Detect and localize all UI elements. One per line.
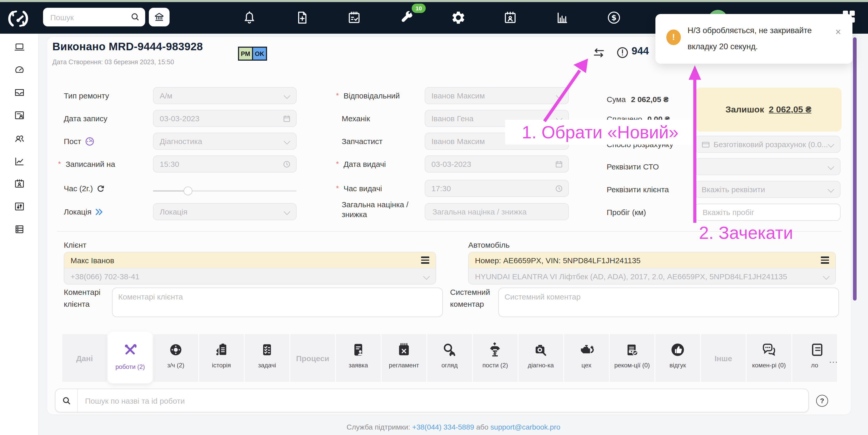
location-select[interactable]: Локація (153, 203, 297, 220)
vertical-scrollbar[interactable] (853, 37, 857, 301)
calendar-icon (283, 114, 291, 123)
carbook-logo-icon[interactable] (6, 7, 30, 31)
new-document-icon[interactable] (295, 10, 310, 25)
location-label: Локація (64, 203, 103, 220)
sidebar-item-workstation[interactable] (13, 41, 25, 53)
works-search-icon[interactable] (56, 389, 78, 412)
duration-label: Час (2г.) (64, 180, 105, 197)
sidebar-item-orders[interactable] (13, 109, 25, 121)
total-markup-label: Загальна націнка / знижка (342, 200, 420, 219)
responsible-select[interactable]: Іванов Максим (425, 87, 569, 104)
issue-time-field[interactable]: 17:30 (425, 180, 569, 197)
sidebar-item-warehouse[interactable] (13, 223, 25, 235)
sto-requisites-select[interactable] (695, 158, 840, 175)
works-search-input[interactable] (78, 396, 808, 405)
duration-slider[interactable] (153, 187, 297, 195)
tab-roboty[interactable]: роботи (2) (108, 332, 152, 383)
client-comment-textarea[interactable] (112, 288, 443, 317)
tab-diagnostyka[interactable]: діагно-ка (519, 334, 563, 382)
recommendations-clipboard-icon (624, 340, 640, 359)
warning-icon: ! (666, 30, 681, 45)
swap-status-icon[interactable] (592, 47, 606, 59)
cashbox-button[interactable] (149, 8, 169, 26)
notifications-bell-icon[interactable] (242, 10, 257, 25)
settings-gear-icon[interactable] (451, 10, 466, 25)
record-date-field[interactable]: 03-03-2023 (153, 110, 297, 127)
reports-chart-icon[interactable] (555, 10, 569, 25)
chevron-down-icon (828, 141, 834, 147)
system-comment-textarea[interactable] (498, 288, 839, 317)
processing-toast: ! Н/З обробляється, не закривайте вкладк… (655, 14, 852, 64)
client-phone-select[interactable]: +38(066) 702-38-41 (64, 268, 436, 284)
request-document-icon (350, 340, 366, 359)
vehicle-summary-row[interactable]: Номер: AE6659PX, VIN: 5NPD84LF1JH241135 (469, 252, 835, 268)
support-email-link[interactable]: support@carbook.pro (491, 423, 560, 431)
chevron-down-icon (284, 92, 290, 99)
post-select[interactable]: Діагностика (153, 133, 297, 150)
sidebar-item-settings-panel[interactable] (13, 201, 25, 212)
tab-vidguk[interactable]: відгук (655, 334, 700, 382)
repair-type-select[interactable]: А/м (153, 87, 297, 104)
client-name-row[interactable]: Макс Іванов (64, 252, 436, 268)
chevron-down-icon (828, 163, 834, 170)
client-section-label: Клієнт (64, 240, 86, 249)
tab-reglament[interactable]: регламент (382, 334, 426, 382)
mileage-input-field[interactable] (702, 207, 834, 217)
sidebar-item-inbox[interactable] (13, 87, 25, 98)
works-search-bar (55, 389, 809, 412)
tab-zayavka[interactable]: заявка (336, 334, 381, 382)
clock-icon (555, 185, 563, 193)
issue-date-field[interactable]: 03-03-2023 (425, 156, 569, 172)
order-number: 944 (631, 45, 649, 57)
record-date-label: Дата запису (64, 110, 107, 127)
payment-method-select[interactable]: Безготівковий розрахунок (0.0... (695, 136, 840, 153)
clipped-tab-icon (807, 340, 823, 359)
tab-dani[interactable]: Дані (62, 334, 107, 382)
toast-message: Н/З обробляється, не закривайте вкладку … (687, 22, 826, 55)
post-gauge-icon (85, 137, 94, 146)
tab-komentari[interactable]: комен-рі (0) (747, 334, 791, 382)
global-search-input[interactable] (49, 12, 131, 22)
warning-circle-icon[interactable] (617, 47, 628, 59)
booked-at-label: Записаний на (58, 156, 115, 172)
chevron-down-icon (556, 92, 562, 99)
finance-dollar-icon[interactable]: $ (607, 10, 621, 25)
double-chevron-right-icon[interactable] (95, 208, 103, 215)
tab-istoriya[interactable]: історія (199, 334, 244, 382)
tab-zadachi[interactable]: задачі (245, 334, 289, 382)
car-lift-icon (487, 340, 503, 359)
client-requisites-select[interactable]: Вкажіть реквізити (695, 181, 840, 198)
carbook-order-page: 10 $ (0, 0, 868, 435)
tab-posty[interactable]: пости (2) (473, 334, 518, 382)
sidebar-item-schedule[interactable] (13, 178, 25, 190)
client-menu-icon[interactable] (421, 257, 429, 264)
created-date: Дата Створення: 03 березня 2023, 15:50 (52, 59, 174, 66)
mechanic-label: Механік (342, 110, 370, 127)
vehicle-model-select[interactable]: HYUNDAI ELANTRA VI Ліфтбек (AD, ADA), 20… (469, 268, 835, 284)
tab-protsesy[interactable]: Процеси (290, 334, 335, 382)
client-combo: Макс Іванов +38(066) 702-38-41 (64, 252, 436, 285)
system-comment-label: Системний коментар (450, 286, 494, 310)
booked-at-time-field[interactable]: 15:30 (153, 156, 297, 172)
annotation-step1: 1. Обрати «Новий» (505, 120, 695, 144)
sidebar-item-analytics[interactable] (13, 156, 25, 167)
total-markup-input-field[interactable] (431, 207, 562, 216)
hr-calendar-person-icon[interactable] (503, 10, 518, 25)
sidebar-item-dashboard[interactable] (13, 63, 25, 75)
tab-tsekh[interactable]: цех (564, 334, 609, 382)
global-search (43, 8, 145, 26)
sidebar-item-clients[interactable] (13, 133, 25, 144)
tabs-overflow-ellipsis[interactable]: ... (829, 355, 838, 365)
support-phone-link[interactable]: +38(044) 334-5889 (412, 423, 474, 431)
slider-handle[interactable] (184, 187, 192, 195)
toast-close-icon[interactable]: × (835, 27, 841, 37)
client-comment-label: Коментарі клієнта (64, 286, 105, 310)
works-wrench-icon[interactable] (400, 10, 414, 25)
help-icon[interactable]: ? (816, 395, 828, 407)
tab-rekomendatsii[interactable]: реком-ції (0) (610, 334, 654, 382)
tab-oglyad[interactable]: огляд (427, 334, 472, 382)
vehicle-menu-icon[interactable] (821, 257, 829, 264)
tab-inshe[interactable]: Інше (701, 334, 746, 382)
planner-calendar-icon[interactable] (347, 10, 362, 25)
tab-zch[interactable]: з/ч (2) (153, 334, 198, 382)
